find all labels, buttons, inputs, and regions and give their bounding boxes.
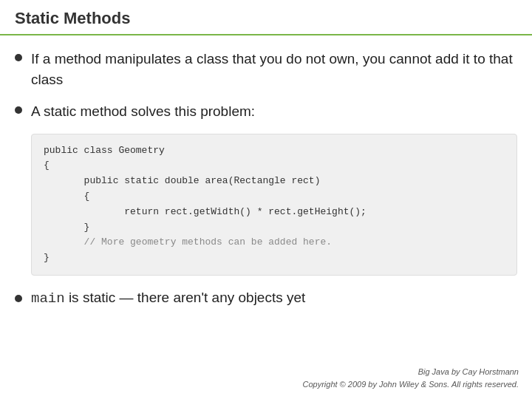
bullet-dot-3 bbox=[15, 295, 22, 302]
bullet-item-1: If a method manipulates a class that you… bbox=[15, 49, 517, 89]
bullet-dot-2 bbox=[15, 106, 22, 114]
code-line-6: } bbox=[66, 222, 89, 233]
bullet-text-2: A static method solves this problem: bbox=[31, 101, 255, 122]
bullet-item-2: A static method solves this problem: bbox=[15, 101, 517, 122]
footer-line2: Copyright © 2009 by John Wiley & Sons. A… bbox=[302, 378, 519, 391]
code-line-1: public class Geometry bbox=[44, 145, 165, 156]
bullet-text-1: If a method manipulates a class that you… bbox=[31, 49, 517, 89]
bullet-item-3: main is static — there aren't any object… bbox=[15, 287, 517, 310]
footer: Big Java by Cay Horstmann Copyright © 20… bbox=[302, 366, 519, 390]
footer-line1: Big Java by Cay Horstmann bbox=[302, 366, 519, 378]
bullet-suffix-text: is static — there aren't any objects yet bbox=[65, 290, 306, 305]
code-block: public class Geometry { public static do… bbox=[31, 134, 517, 276]
code-line-5: return rect.getWidth() * rect.getHeight(… bbox=[89, 206, 366, 217]
slide-title: Static Methods bbox=[15, 9, 130, 27]
slide-container: Static Methods If a method manipulates a… bbox=[0, 0, 532, 399]
code-line-8: } bbox=[44, 252, 50, 263]
code-line-3: public static double area(Rectangle rect… bbox=[66, 175, 320, 186]
main-code-inline: main bbox=[31, 290, 65, 307]
bullet-text-3: main is static — there aren't any object… bbox=[31, 287, 305, 310]
code-line-2: { bbox=[44, 160, 50, 171]
code-line-4: { bbox=[66, 191, 89, 202]
title-bar: Static Methods bbox=[0, 0, 532, 35]
code-line-7: // More geometry methods can be added he… bbox=[66, 236, 332, 248]
content-area: If a method manipulates a class that you… bbox=[0, 35, 532, 324]
bullet-dot-1 bbox=[15, 54, 22, 61]
